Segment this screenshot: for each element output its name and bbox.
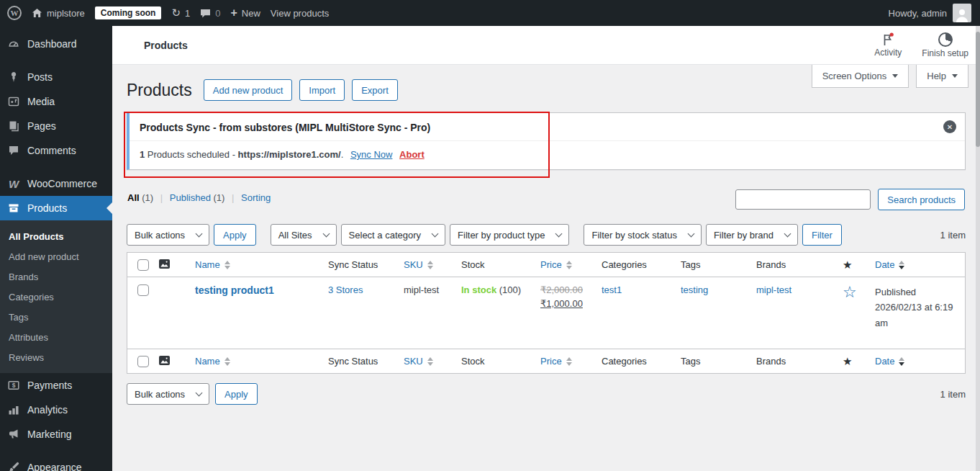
view-sorting-link[interactable]: Sorting [241,192,271,203]
sidebar-label: WooCommerce [27,178,97,189]
period: . [341,149,344,160]
tag-link[interactable]: testing [681,284,708,295]
paintbrush-icon [7,461,20,471]
sidebar-item-comments[interactable]: Comments [0,138,112,163]
vertical-scrollbar[interactable] [976,26,980,471]
sort-arrows-icon [224,261,230,269]
apply-button-bottom[interactable]: Apply [215,383,258,405]
sort-by-date[interactable]: Date [875,259,904,270]
sidebar-item-marketing[interactable]: Marketing [0,422,112,447]
price-header: Price [540,259,562,270]
site-menu[interactable]: miplstore [32,8,85,19]
brand-select[interactable]: Filter by brand [706,224,798,246]
add-new-product-button[interactable]: Add new product [204,79,293,101]
import-button[interactable]: Import [299,79,345,101]
view-products-link[interactable]: View products [271,8,329,19]
tags-header: Tags [681,259,756,270]
megaphone-icon [7,428,20,441]
sync-status-header: Sync Status [328,259,404,270]
featured-star-toggle-icon[interactable]: ☆ [843,283,857,301]
bottom-toolbar: Bulk actions Apply 1 item [127,383,966,405]
featured-star-header-icon: ★ [843,355,875,368]
screen-options-tab[interactable]: Screen Options [812,65,909,88]
screen-options-label: Screen Options [822,71,887,81]
sidebar-item-appearance[interactable]: Appearance [0,455,112,471]
main-content: Products Activity Finish setup Screen Op… [112,26,980,471]
sidebar-item-dashboard[interactable]: Dashboard [0,32,112,56]
activity-button[interactable]: Activity [874,32,902,58]
sort-by-sku[interactable]: SKU [404,259,433,270]
finish-setup-button[interactable]: Finish setup [922,32,968,58]
scheduled-text: Products scheduled - [148,149,235,160]
all-sites-select[interactable]: All Sites [271,224,337,246]
sort-by-name[interactable]: Name [195,259,230,270]
category-link[interactable]: test1 [602,284,622,295]
plus-icon: + [230,7,237,19]
abort-link[interactable]: Abort [399,149,425,160]
avatar[interactable] [953,4,971,22]
dismiss-notice-icon[interactable]: ✕ [943,120,956,133]
filter-button[interactable]: Filter [802,224,842,246]
sidebar-item-posts[interactable]: Posts [0,65,112,89]
all-count: (1) [142,192,153,203]
sidebar-item-payments[interactable]: $ Payments [0,373,112,398]
categories-header: Categories [602,356,681,367]
sync-now-link[interactable]: Sync Now [350,149,393,160]
submenu-tags[interactable]: Tags [0,307,112,327]
menu-separator [0,447,112,455]
product-type-select[interactable]: Filter by product type [450,224,569,246]
row-checkbox[interactable] [137,284,149,296]
publish-status: Published [875,287,916,297]
submenu-all-products[interactable]: All Products [0,226,112,246]
stock-status-select[interactable]: Filter by stock status [584,224,701,246]
new-menu[interactable]: + New [230,7,260,19]
sidebar-item-products[interactable]: Products [0,196,112,220]
bulk-actions-value: Bulk actions [135,230,185,241]
search-products-button[interactable]: Search products [878,189,965,210]
export-button[interactable]: Export [352,79,398,101]
sort-by-price[interactable]: Price [540,259,572,270]
submenu-categories[interactable]: Categories [0,287,112,307]
view-published-link[interactable]: Published [170,192,211,203]
sort-arrows-icon [427,357,433,366]
sort-by-date[interactable]: Date [875,356,904,367]
sidebar-item-woocommerce[interactable]: W WooCommerce [0,171,112,196]
sort-by-sku[interactable]: SKU [404,356,433,367]
brand-link[interactable]: mipl-test [756,284,791,295]
updates-count: 1 [185,8,190,19]
comments-icon [7,144,20,157]
submenu-attributes[interactable]: Attributes [0,327,112,347]
category-select[interactable]: Select a category [341,224,445,246]
wordpress-menu[interactable]: W [7,6,22,20]
sync-notice-title: Products Sync - from substores (MIPL Mul… [130,113,965,141]
select-all-checkbox[interactable] [137,356,149,367]
help-tab[interactable]: Help [916,65,968,88]
submenu-add-new-product[interactable]: Add new product [0,246,112,266]
sort-by-price[interactable]: Price [540,356,572,367]
sidebar-item-analytics[interactable]: Analytics [0,398,112,422]
featured-star-header-icon: ★ [843,259,875,272]
howdy-admin[interactable]: Howdy, admin [889,8,947,19]
bulk-actions-select[interactable]: Bulk actions [127,224,209,246]
published-count: (1) [214,192,225,203]
bulk-actions-select-bottom[interactable]: Bulk actions [127,383,209,405]
select-all-checkbox[interactable] [137,259,149,271]
search-input[interactable] [735,189,871,210]
sidebar-item-media[interactable]: Media [0,89,112,114]
sidebar-item-pages[interactable]: Pages [0,114,112,138]
sort-by-name[interactable]: Name [195,356,230,367]
chevron-down-icon [196,230,203,238]
pushpin-icon [7,71,20,84]
sync-status-link[interactable]: 3 Stores [328,284,363,295]
submenu-brands[interactable]: Brands [0,266,112,287]
progress-pie-icon [938,32,953,47]
updates-menu[interactable]: ↻ 1 [171,6,190,19]
apply-button[interactable]: Apply [214,224,256,246]
sidebar-label: Pages [27,120,56,132]
substore-url: https://miplstore1.com/ [238,149,341,160]
comments-menu[interactable]: 0 [200,8,220,19]
scrollbar-thumb[interactable] [976,32,980,147]
view-all-link[interactable]: All [127,192,140,203]
submenu-reviews[interactable]: Reviews [0,347,112,367]
product-name-link[interactable]: testing product1 [195,284,274,296]
